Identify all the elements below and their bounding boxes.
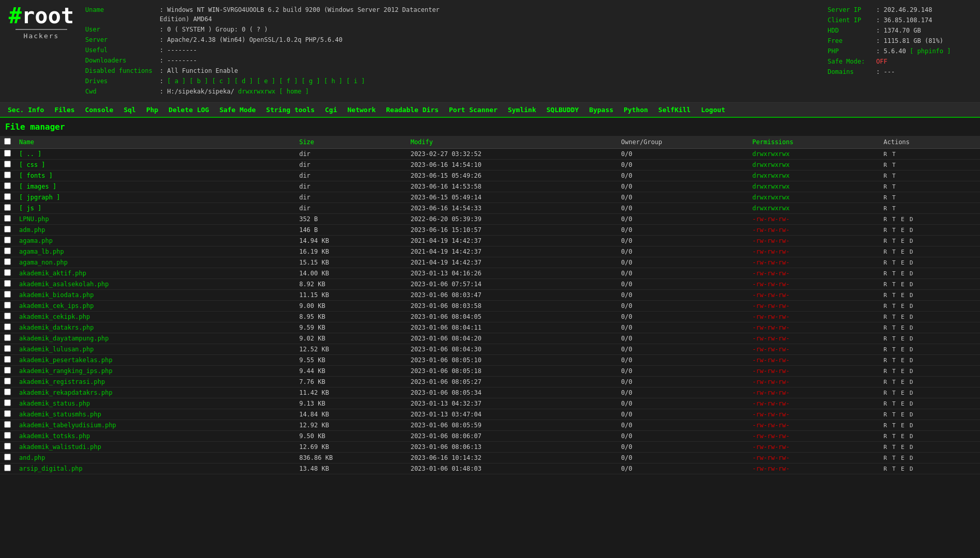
drive-link-d[interactable]: [ d ] [235, 78, 253, 85]
nav-item-symlink[interactable]: Symlink [503, 103, 541, 117]
file-link[interactable]: akademik_lulusan.php [19, 346, 94, 353]
nav-item-string-tools[interactable]: String tools [261, 103, 320, 117]
file-link[interactable]: [ fonts ] [19, 172, 53, 179]
nav-item-selfkill[interactable]: SelfKill [653, 103, 696, 117]
row-checkbox[interactable] [4, 204, 11, 211]
file-link[interactable]: akademik_status.php [19, 400, 90, 407]
row-checkbox[interactable] [4, 215, 11, 222]
action-r-link[interactable]: R [883, 162, 887, 168]
action-d-link[interactable]: D [910, 314, 913, 320]
row-checkbox[interactable] [4, 464, 11, 471]
row-checkbox[interactable] [4, 291, 11, 298]
action-t-link[interactable]: T [892, 444, 896, 451]
action-t-link[interactable]: T [892, 455, 896, 461]
drive-link-c[interactable]: [ c ] [212, 78, 230, 85]
action-r-link[interactable]: R [883, 422, 887, 429]
action-d-link[interactable]: D [910, 379, 913, 385]
row-checkbox[interactable] [4, 334, 11, 341]
nav-item-sqlbuddy[interactable]: SQLBUDDY [541, 103, 584, 117]
action-e-link[interactable]: E [901, 281, 905, 288]
action-e-link[interactable]: E [901, 357, 905, 364]
action-e-link[interactable]: E [901, 400, 905, 407]
action-r-link[interactable]: R [883, 238, 887, 244]
action-e-link[interactable]: E [901, 444, 905, 451]
action-e-link[interactable]: E [901, 335, 905, 342]
row-checkbox[interactable] [4, 410, 11, 417]
row-checkbox[interactable] [4, 237, 11, 243]
action-d-link[interactable]: D [910, 216, 913, 223]
file-link[interactable]: arsip_digital.php [19, 465, 83, 472]
row-checkbox[interactable] [4, 258, 11, 265]
action-r-link[interactable]: R [883, 173, 887, 179]
row-checkbox[interactable] [4, 161, 11, 167]
action-t-link[interactable]: T [892, 368, 896, 375]
action-t-link[interactable]: T [892, 303, 896, 309]
nav-item-console[interactable]: Console [80, 103, 119, 117]
file-link[interactable]: akademik_biodata.php [19, 291, 94, 299]
nav-item-cgi[interactable]: Cgi [320, 103, 342, 117]
action-e-link[interactable]: E [901, 238, 905, 244]
action-d-link[interactable]: D [910, 357, 913, 364]
action-t-link[interactable]: T [892, 314, 896, 320]
file-link[interactable]: akademik_registrasi.php [19, 378, 105, 385]
nav-item-files[interactable]: Files [49, 103, 80, 117]
nav-item-logout[interactable]: Logout [696, 103, 730, 117]
action-t-link[interactable]: T [892, 173, 896, 179]
action-r-link[interactable]: R [883, 390, 887, 396]
action-e-link[interactable]: E [901, 314, 905, 320]
cwd-perms-link[interactable]: drwxrwxrwx [238, 88, 275, 95]
cwd-home-link[interactable]: [ home ] [279, 88, 309, 95]
action-r-link[interactable]: R [883, 411, 887, 418]
action-r-link[interactable]: R [883, 455, 887, 461]
action-r-link[interactable]: R [883, 444, 887, 451]
action-d-link[interactable]: D [910, 455, 913, 461]
file-link[interactable]: akademik_statusmhs.php [19, 411, 101, 418]
file-link[interactable]: akademik_rangking_ips.php [19, 367, 113, 375]
file-link[interactable]: agama_lb.php [19, 248, 64, 255]
nav-item-sec-info[interactable]: Sec. Info [3, 103, 49, 117]
action-d-link[interactable]: D [910, 303, 913, 309]
action-e-link[interactable]: E [901, 259, 905, 266]
action-e-link[interactable]: E [901, 466, 905, 472]
action-r-link[interactable]: R [883, 151, 887, 158]
select-all-checkbox[interactable] [4, 138, 11, 145]
nav-item-python[interactable]: Python [618, 103, 653, 117]
file-link[interactable]: akademik_asalsekolah.php [19, 281, 108, 288]
action-d-link[interactable]: D [910, 335, 913, 342]
drive-link-e[interactable]: [ e ] [257, 78, 275, 85]
action-e-link[interactable]: E [901, 216, 905, 223]
row-checkbox[interactable] [4, 182, 11, 189]
action-e-link[interactable]: E [901, 227, 905, 234]
action-r-link[interactable]: R [883, 324, 887, 331]
action-r-link[interactable]: R [883, 227, 887, 234]
action-t-link[interactable]: T [892, 346, 896, 353]
file-link[interactable]: akademik_dayatampung.php [19, 335, 108, 342]
action-d-link[interactable]: D [910, 324, 913, 331]
row-checkbox[interactable] [4, 247, 11, 254]
action-t-link[interactable]: T [892, 194, 896, 201]
file-link[interactable]: akademik_aktif.php [19, 270, 86, 277]
action-d-link[interactable]: D [910, 270, 913, 277]
file-link[interactable]: [ .. ] [19, 150, 41, 158]
action-d-link[interactable]: D [910, 422, 913, 429]
action-r-link[interactable]: R [883, 303, 887, 309]
action-e-link[interactable]: E [901, 249, 905, 255]
action-r-link[interactable]: R [883, 466, 887, 472]
action-r-link[interactable]: R [883, 281, 887, 288]
action-d-link[interactable]: D [910, 259, 913, 266]
action-t-link[interactable]: T [892, 400, 896, 407]
action-t-link[interactable]: T [892, 357, 896, 364]
file-link[interactable]: akademik_cek_ips.php [19, 302, 94, 309]
action-e-link[interactable]: E [901, 390, 905, 396]
row-checkbox[interactable] [4, 280, 11, 287]
action-t-link[interactable]: T [892, 249, 896, 255]
action-r-link[interactable]: R [883, 400, 887, 407]
drive-link-f[interactable]: [ f ] [279, 78, 298, 85]
action-d-link[interactable]: D [910, 390, 913, 396]
drive-link-i[interactable]: [ i ] [346, 78, 365, 85]
action-e-link[interactable]: E [901, 303, 905, 309]
row-checkbox[interactable] [4, 432, 11, 439]
action-t-link[interactable]: T [892, 151, 896, 158]
action-d-link[interactable]: D [910, 444, 913, 451]
file-link[interactable]: [ jpgraph ] [19, 194, 60, 201]
